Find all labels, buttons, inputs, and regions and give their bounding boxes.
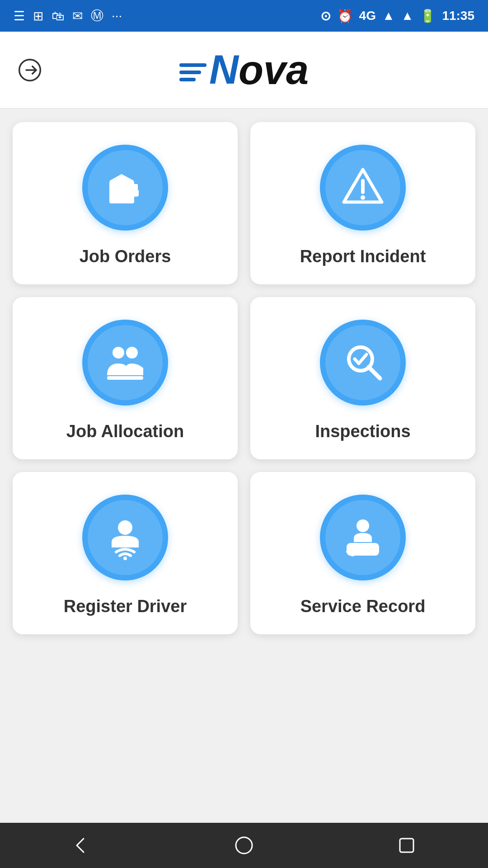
- svg-rect-14: [107, 376, 143, 380]
- signal-icon2: ▲: [401, 9, 414, 23]
- svg-point-11: [361, 195, 365, 200]
- svg-rect-5: [114, 184, 121, 189]
- report-incident-card[interactable]: Report Incident: [250, 122, 475, 284]
- report-incident-icon-circle: [320, 145, 406, 231]
- register-driver-card[interactable]: Register Driver: [13, 472, 238, 634]
- service-icon: [340, 515, 385, 560]
- main-content: Job Orders Report Incident: [0, 108, 488, 823]
- status-bar-left: ☰ ⊞ 🛍 ✉ Ⓜ ···: [14, 7, 122, 24]
- box-icon: [103, 165, 148, 210]
- bag-icon: 🛍: [52, 9, 64, 24]
- status-bar: ☰ ⊞ 🛍 ✉ Ⓜ ··· ⊙ ⏰ 4G ▲ ▲ 🔋 11:35: [0, 0, 488, 32]
- svg-point-20: [236, 837, 252, 854]
- job-allocation-label: Job Allocation: [66, 422, 184, 441]
- job-orders-label: Job Orders: [80, 247, 171, 266]
- alarm-icon: ⏰: [337, 9, 353, 24]
- alert-icon: [340, 165, 385, 210]
- register-driver-label: Register Driver: [64, 597, 187, 616]
- job-orders-card[interactable]: Job Orders: [13, 122, 238, 284]
- svg-marker-3: [109, 174, 134, 181]
- notification-icon: ☰: [14, 9, 25, 24]
- signal-icon: ▲: [382, 9, 395, 23]
- service-record-label: Service Record: [300, 597, 426, 616]
- job-orders-icon-circle: [82, 145, 168, 231]
- battery-icon: 🔋: [420, 9, 436, 24]
- header: Nova: [0, 32, 488, 108]
- svg-point-17: [118, 520, 132, 535]
- people-icon: [103, 340, 148, 385]
- inspections-icon-circle: [320, 320, 406, 406]
- svg-line-16: [369, 367, 380, 378]
- svg-point-13: [126, 347, 138, 359]
- mail-icon: ✉: [72, 9, 83, 24]
- time-label: 11:35: [442, 9, 474, 23]
- inspections-card[interactable]: Inspections: [250, 297, 475, 459]
- network-label: 4G: [359, 9, 376, 23]
- svg-point-8: [132, 191, 136, 195]
- service-record-card[interactable]: Service Record: [250, 472, 475, 634]
- register-driver-icon-circle: [82, 495, 168, 580]
- logo-text: ova: [239, 50, 309, 90]
- service-record-icon-circle: [320, 495, 406, 580]
- svg-point-12: [113, 347, 124, 359]
- home-button[interactable]: [226, 827, 262, 863]
- logout-button[interactable]: [16, 57, 43, 84]
- report-incident-label: Report Incident: [300, 247, 426, 266]
- svg-rect-21: [400, 839, 413, 852]
- status-bar-right: ⊙ ⏰ 4G ▲ ▲ 🔋 11:35: [320, 9, 474, 24]
- slack-icon: ⊞: [33, 9, 43, 24]
- medium-icon: Ⓜ: [91, 7, 103, 24]
- bottom-nav: [0, 823, 488, 868]
- svg-point-19: [357, 519, 369, 532]
- svg-point-18: [123, 557, 127, 560]
- logo-n: N: [209, 47, 239, 93]
- menu-grid: Job Orders Report Incident: [13, 122, 475, 634]
- hotspot-icon: ⊙: [320, 9, 331, 24]
- back-button[interactable]: [63, 827, 99, 863]
- logo-lines: [179, 63, 206, 81]
- more-icon: ···: [112, 9, 122, 23]
- driver-icon: [103, 515, 148, 560]
- job-allocation-icon-circle: [82, 320, 168, 406]
- inspections-label: Inspections: [315, 422, 410, 441]
- recent-button[interactable]: [389, 827, 425, 863]
- search-check-icon: [340, 340, 385, 385]
- logo: Nova: [179, 47, 309, 93]
- job-allocation-card[interactable]: Job Allocation: [13, 297, 238, 459]
